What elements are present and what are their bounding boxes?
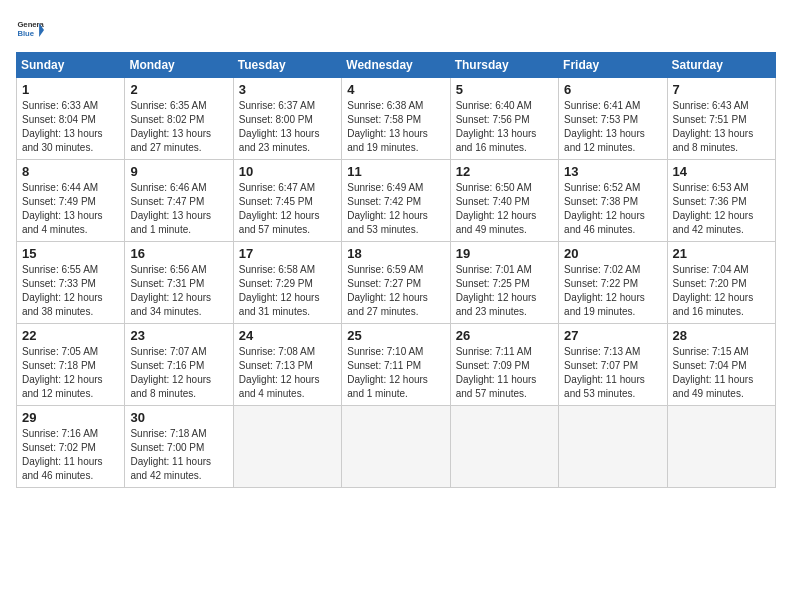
day-number: 7 — [673, 82, 770, 97]
day-number: 28 — [673, 328, 770, 343]
day-number: 5 — [456, 82, 553, 97]
day-cell-26: 26Sunrise: 7:11 AM Sunset: 7:09 PM Dayli… — [450, 324, 558, 406]
day-info: Sunrise: 7:10 AM Sunset: 7:11 PM Dayligh… — [347, 345, 444, 401]
day-number: 24 — [239, 328, 336, 343]
day-info: Sunrise: 6:37 AM Sunset: 8:00 PM Dayligh… — [239, 99, 336, 155]
logo: General Blue — [16, 16, 44, 44]
day-cell-17: 17Sunrise: 6:58 AM Sunset: 7:29 PM Dayli… — [233, 242, 341, 324]
day-info: Sunrise: 7:01 AM Sunset: 7:25 PM Dayligh… — [456, 263, 553, 319]
day-cell-6: 6Sunrise: 6:41 AM Sunset: 7:53 PM Daylig… — [559, 78, 667, 160]
day-info: Sunrise: 6:55 AM Sunset: 7:33 PM Dayligh… — [22, 263, 119, 319]
week-row-3: 15Sunrise: 6:55 AM Sunset: 7:33 PM Dayli… — [17, 242, 776, 324]
col-header-monday: Monday — [125, 53, 233, 78]
day-number: 9 — [130, 164, 227, 179]
day-number: 23 — [130, 328, 227, 343]
day-info: Sunrise: 7:18 AM Sunset: 7:00 PM Dayligh… — [130, 427, 227, 483]
day-cell-3: 3Sunrise: 6:37 AM Sunset: 8:00 PM Daylig… — [233, 78, 341, 160]
day-info: Sunrise: 7:11 AM Sunset: 7:09 PM Dayligh… — [456, 345, 553, 401]
day-number: 22 — [22, 328, 119, 343]
day-info: Sunrise: 6:38 AM Sunset: 7:58 PM Dayligh… — [347, 99, 444, 155]
day-cell-11: 11Sunrise: 6:49 AM Sunset: 7:42 PM Dayli… — [342, 160, 450, 242]
day-info: Sunrise: 7:08 AM Sunset: 7:13 PM Dayligh… — [239, 345, 336, 401]
day-number: 2 — [130, 82, 227, 97]
day-cell-7: 7Sunrise: 6:43 AM Sunset: 7:51 PM Daylig… — [667, 78, 775, 160]
day-info: Sunrise: 6:47 AM Sunset: 7:45 PM Dayligh… — [239, 181, 336, 237]
day-cell-9: 9Sunrise: 6:46 AM Sunset: 7:47 PM Daylig… — [125, 160, 233, 242]
day-cell-13: 13Sunrise: 6:52 AM Sunset: 7:38 PM Dayli… — [559, 160, 667, 242]
day-cell-21: 21Sunrise: 7:04 AM Sunset: 7:20 PM Dayli… — [667, 242, 775, 324]
day-number: 20 — [564, 246, 661, 261]
day-number: 18 — [347, 246, 444, 261]
day-number: 10 — [239, 164, 336, 179]
week-row-5: 29Sunrise: 7:16 AM Sunset: 7:02 PM Dayli… — [17, 406, 776, 488]
day-info: Sunrise: 6:58 AM Sunset: 7:29 PM Dayligh… — [239, 263, 336, 319]
col-header-sunday: Sunday — [17, 53, 125, 78]
day-info: Sunrise: 6:33 AM Sunset: 8:04 PM Dayligh… — [22, 99, 119, 155]
day-info: Sunrise: 6:52 AM Sunset: 7:38 PM Dayligh… — [564, 181, 661, 237]
empty-cell — [233, 406, 341, 488]
empty-cell — [667, 406, 775, 488]
day-number: 26 — [456, 328, 553, 343]
day-number: 21 — [673, 246, 770, 261]
day-info: Sunrise: 6:56 AM Sunset: 7:31 PM Dayligh… — [130, 263, 227, 319]
header: General Blue — [16, 16, 776, 44]
day-info: Sunrise: 7:13 AM Sunset: 7:07 PM Dayligh… — [564, 345, 661, 401]
empty-cell — [559, 406, 667, 488]
day-info: Sunrise: 7:16 AM Sunset: 7:02 PM Dayligh… — [22, 427, 119, 483]
col-header-thursday: Thursday — [450, 53, 558, 78]
day-cell-22: 22Sunrise: 7:05 AM Sunset: 7:18 PM Dayli… — [17, 324, 125, 406]
day-cell-25: 25Sunrise: 7:10 AM Sunset: 7:11 PM Dayli… — [342, 324, 450, 406]
day-number: 11 — [347, 164, 444, 179]
day-cell-19: 19Sunrise: 7:01 AM Sunset: 7:25 PM Dayli… — [450, 242, 558, 324]
day-cell-5: 5Sunrise: 6:40 AM Sunset: 7:56 PM Daylig… — [450, 78, 558, 160]
day-cell-24: 24Sunrise: 7:08 AM Sunset: 7:13 PM Dayli… — [233, 324, 341, 406]
day-number: 17 — [239, 246, 336, 261]
col-header-friday: Friday — [559, 53, 667, 78]
day-info: Sunrise: 6:43 AM Sunset: 7:51 PM Dayligh… — [673, 99, 770, 155]
col-header-wednesday: Wednesday — [342, 53, 450, 78]
day-cell-8: 8Sunrise: 6:44 AM Sunset: 7:49 PM Daylig… — [17, 160, 125, 242]
day-info: Sunrise: 6:46 AM Sunset: 7:47 PM Dayligh… — [130, 181, 227, 237]
day-cell-2: 2Sunrise: 6:35 AM Sunset: 8:02 PM Daylig… — [125, 78, 233, 160]
week-row-4: 22Sunrise: 7:05 AM Sunset: 7:18 PM Dayli… — [17, 324, 776, 406]
col-header-tuesday: Tuesday — [233, 53, 341, 78]
day-info: Sunrise: 7:05 AM Sunset: 7:18 PM Dayligh… — [22, 345, 119, 401]
day-number: 13 — [564, 164, 661, 179]
day-cell-30: 30Sunrise: 7:18 AM Sunset: 7:00 PM Dayli… — [125, 406, 233, 488]
calendar-header-row: SundayMondayTuesdayWednesdayThursdayFrid… — [17, 53, 776, 78]
svg-text:Blue: Blue — [17, 29, 34, 38]
day-info: Sunrise: 7:15 AM Sunset: 7:04 PM Dayligh… — [673, 345, 770, 401]
day-cell-14: 14Sunrise: 6:53 AM Sunset: 7:36 PM Dayli… — [667, 160, 775, 242]
logo-icon: General Blue — [16, 16, 44, 44]
day-cell-28: 28Sunrise: 7:15 AM Sunset: 7:04 PM Dayli… — [667, 324, 775, 406]
day-number: 8 — [22, 164, 119, 179]
day-number: 1 — [22, 82, 119, 97]
day-number: 29 — [22, 410, 119, 425]
day-info: Sunrise: 6:53 AM Sunset: 7:36 PM Dayligh… — [673, 181, 770, 237]
day-info: Sunrise: 6:59 AM Sunset: 7:27 PM Dayligh… — [347, 263, 444, 319]
day-number: 12 — [456, 164, 553, 179]
day-info: Sunrise: 6:50 AM Sunset: 7:40 PM Dayligh… — [456, 181, 553, 237]
day-info: Sunrise: 6:44 AM Sunset: 7:49 PM Dayligh… — [22, 181, 119, 237]
day-info: Sunrise: 6:40 AM Sunset: 7:56 PM Dayligh… — [456, 99, 553, 155]
day-number: 30 — [130, 410, 227, 425]
day-number: 3 — [239, 82, 336, 97]
week-row-1: 1Sunrise: 6:33 AM Sunset: 8:04 PM Daylig… — [17, 78, 776, 160]
day-cell-4: 4Sunrise: 6:38 AM Sunset: 7:58 PM Daylig… — [342, 78, 450, 160]
day-info: Sunrise: 6:49 AM Sunset: 7:42 PM Dayligh… — [347, 181, 444, 237]
day-number: 15 — [22, 246, 119, 261]
day-cell-15: 15Sunrise: 6:55 AM Sunset: 7:33 PM Dayli… — [17, 242, 125, 324]
day-cell-23: 23Sunrise: 7:07 AM Sunset: 7:16 PM Dayli… — [125, 324, 233, 406]
empty-cell — [342, 406, 450, 488]
day-cell-29: 29Sunrise: 7:16 AM Sunset: 7:02 PM Dayli… — [17, 406, 125, 488]
week-row-2: 8Sunrise: 6:44 AM Sunset: 7:49 PM Daylig… — [17, 160, 776, 242]
day-number: 4 — [347, 82, 444, 97]
day-cell-27: 27Sunrise: 7:13 AM Sunset: 7:07 PM Dayli… — [559, 324, 667, 406]
day-info: Sunrise: 7:02 AM Sunset: 7:22 PM Dayligh… — [564, 263, 661, 319]
day-info: Sunrise: 7:04 AM Sunset: 7:20 PM Dayligh… — [673, 263, 770, 319]
day-cell-12: 12Sunrise: 6:50 AM Sunset: 7:40 PM Dayli… — [450, 160, 558, 242]
day-number: 16 — [130, 246, 227, 261]
day-info: Sunrise: 6:35 AM Sunset: 8:02 PM Dayligh… — [130, 99, 227, 155]
day-cell-1: 1Sunrise: 6:33 AM Sunset: 8:04 PM Daylig… — [17, 78, 125, 160]
day-info: Sunrise: 7:07 AM Sunset: 7:16 PM Dayligh… — [130, 345, 227, 401]
